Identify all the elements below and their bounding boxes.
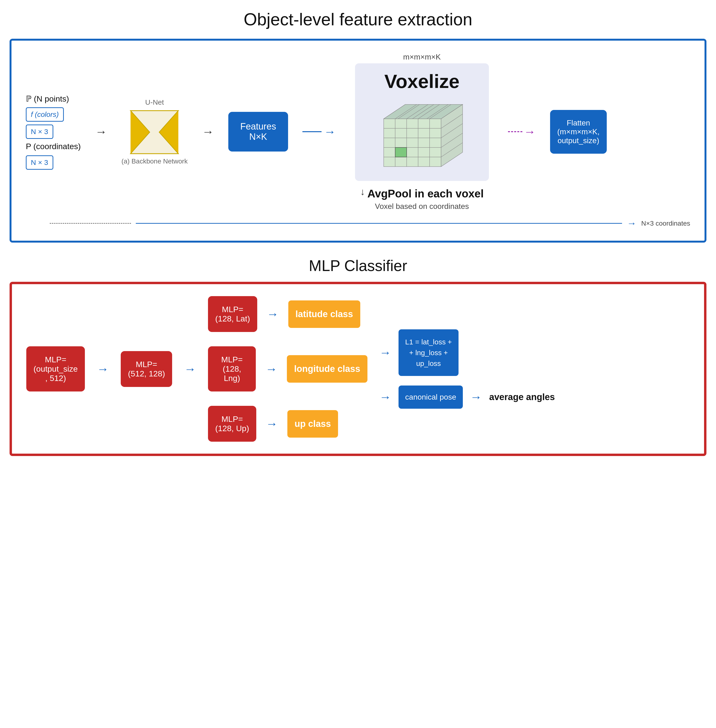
mlp1-line2: (output_size — [33, 364, 78, 373]
loss-row: → L1 = lat_loss + + lng_loss + up_loss — [379, 329, 555, 376]
mlp-block-2: MLP= (512, 128) — [121, 351, 172, 387]
loss-box: L1 = lat_loss + + lng_loss + up_loss — [399, 329, 458, 376]
voxel-coords-label: Voxel based on coordinates — [375, 202, 469, 211]
avgpool-row: ↓ AvgPool in each voxel — [360, 183, 484, 200]
points-label: ℙ (N points) — [26, 94, 69, 103]
mlp-lat-block: MLP= (128, Lat) — [208, 296, 257, 332]
loss-line1: L1 = lat_loss + — [405, 337, 452, 347]
p-coords-label: P (coordinates) — [26, 142, 81, 151]
f-colors-block: f (colors) — [26, 107, 64, 122]
mlp-up-block: MLP= (128, Up) — [208, 406, 256, 442]
mlp-block-1: MLP= (output_size , 512) — [26, 346, 85, 391]
arrow-lat: → — [267, 307, 279, 321]
mlp-branch-lng: MLP= (128, Lng) → longitude class — [208, 346, 367, 391]
dashed-line-1 — [50, 223, 131, 224]
lat-class-block: latitude class — [288, 300, 360, 328]
mlp3c-line2: (128, Up) — [215, 424, 249, 433]
mlp3a-line2: (128, Lat) — [215, 314, 250, 323]
nx3-block-2: N × 3 — [26, 155, 53, 170]
svg-rect-28 — [395, 147, 407, 157]
arrow-mlp1-2: → — [97, 362, 109, 376]
arrow-to-flatten: → — [508, 125, 536, 139]
feature-pipeline: ℙ (N points) f (colors) N × 3 P (coordin… — [26, 53, 690, 211]
mlp3a-line1: MLP= — [215, 305, 250, 314]
points-section: ℙ (N points) f (colors) N × 3 P (coordin… — [26, 94, 81, 170]
mlp1-line1: MLP= — [33, 355, 78, 364]
bottom-connector-row: → N×3 coordinates — [26, 218, 690, 229]
page-title: Object-level feature extraction — [9, 9, 707, 29]
features-box: Features N×K — [228, 112, 288, 152]
unet-shape — [128, 108, 181, 156]
feature-extraction-box: ℙ (N points) f (colors) N × 3 P (coordin… — [9, 39, 707, 243]
mlp-branch-group: MLP= (128, Lat) → latitude class MLP= (1… — [208, 296, 367, 442]
arrow-to-loss: → — [379, 346, 391, 359]
features-line1: Features — [240, 121, 276, 132]
unet-label: U-Net — [145, 98, 164, 106]
arrow-to-canonical: → — [379, 390, 391, 404]
avg-angles-label: average angles — [489, 392, 555, 402]
mlp3b-line3: Lng) — [215, 373, 249, 383]
solid-line — [136, 223, 622, 224]
loss-line3: up_loss — [405, 358, 452, 369]
arrow-to-features: → — [202, 125, 214, 139]
backbone-label: (a) Backbone Network — [121, 158, 188, 165]
mlp-lng-block: MLP= (128, Lng) — [208, 346, 256, 391]
flatten-line1: Flatten — [557, 118, 599, 127]
voxelize-section: m×m×m×K Voxelize — [350, 53, 494, 211]
voxelize-dim-label: m×m×m×K — [403, 53, 441, 61]
voxelize-title: Voxelize — [384, 70, 460, 93]
mlp3b-line1: MLP= — [215, 355, 249, 364]
flatten-line2: (m×m×m×K, — [557, 127, 599, 136]
arrow-to-voxelize: → — [302, 125, 336, 139]
arrow-to-avgangles: → — [470, 390, 482, 404]
mlp3c-line1: MLP= — [215, 414, 249, 424]
svg-rect-4 — [384, 119, 441, 167]
mlp3b-line2: (128, — [215, 364, 249, 373]
mlp1-line3: , 512) — [33, 373, 78, 383]
mlp-branch-lat: MLP= (128, Lat) → latitude class — [208, 296, 367, 332]
mlp-right-section: → L1 = lat_loss + + lng_loss + up_loss →… — [379, 329, 555, 409]
n3-coords-label: N×3 coordinates — [641, 220, 690, 227]
voxel-grid-svg — [364, 97, 479, 174]
up-class-block: up class — [287, 410, 338, 438]
avgpool-label: AvgPool in each voxel — [367, 187, 484, 200]
mlp-classifier-box: MLP= (output_size , 512) → MLP= (512, 12… — [9, 282, 707, 456]
arrow-lng: → — [265, 362, 277, 376]
arrow-up: → — [266, 417, 278, 431]
flatten-box: Flatten (m×m×m×K, output_size) — [550, 110, 607, 154]
flatten-line3: output_size) — [557, 136, 599, 145]
arrow-to-unet: → — [95, 125, 107, 139]
mlp-section-title: MLP Classifier — [9, 257, 707, 275]
unet-box: U-Net (a) Backbone Network — [121, 98, 188, 165]
loss-line2: + lng_loss + — [405, 347, 452, 358]
arrow-mlp2-branches: → — [184, 362, 196, 376]
mlp2-line2: (512, 128) — [128, 369, 165, 378]
canonical-row: → canonical pose → average angles — [379, 385, 555, 409]
nx3-block-1: N × 3 — [26, 124, 53, 139]
mlp-pipeline: MLP= (output_size , 512) → MLP= (512, 12… — [26, 296, 690, 442]
input-group: f (colors) N × 3 P (coordinates) N × 3 — [26, 107, 81, 170]
mlp-branch-up: MLP= (128, Up) → up class — [208, 406, 367, 442]
lng-class-block: longitude class — [287, 355, 367, 383]
canonical-box: canonical pose — [399, 385, 463, 409]
mlp2-line1: MLP= — [128, 360, 165, 369]
features-line2: N×K — [240, 132, 276, 142]
voxelize-bg: Voxelize — [355, 63, 489, 181]
